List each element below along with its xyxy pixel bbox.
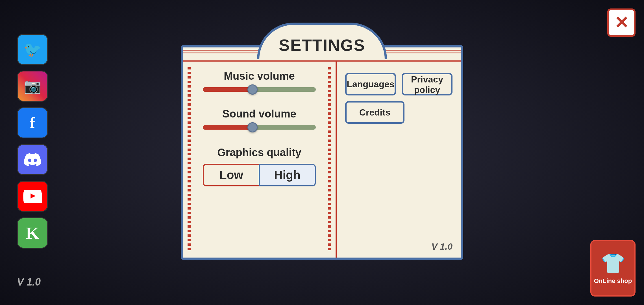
quality-low-button[interactable]: Low [203,164,259,186]
spacer [194,138,324,147]
btn-row-1: Languages Privacy policy [345,73,452,95]
settings-panel: SETTINGS Music volume Sound volume [181,45,463,260]
close-button[interactable]: ✕ [607,8,636,37]
graphics-quality-label: Graphics quality [194,147,324,159]
sound-volume-label: Sound volume [194,108,324,120]
panel-right: Languages Privacy policy Credits V 1.0 [337,62,461,258]
version-bottomleft: V 1.0 [17,276,41,288]
panel-left: Music volume Sound volume [183,62,337,258]
music-volume-slider-container [194,87,324,92]
version-right: V 1.0 [431,241,452,252]
instagram-icon[interactable]: 📷 [17,71,48,102]
btn-row-2: Credits [345,101,452,124]
facebook-icon[interactable]: f [17,107,48,138]
music-volume-label: Music volume [194,70,324,82]
shirt-icon: 👕 [601,252,625,275]
sound-volume-track [203,125,316,130]
panel-content: Music volume Sound volume [183,62,461,258]
quality-buttons: Low High [194,164,324,186]
languages-button[interactable]: Languages [345,73,396,95]
music-volume-fill [203,87,253,92]
music-volume-thumb[interactable] [247,84,258,95]
sound-volume-thumb[interactable] [247,122,258,132]
social-sidebar: 🐦 📷 f K [17,34,48,249]
twitter-icon[interactable]: 🐦 [17,34,48,65]
music-volume-track [203,87,316,92]
youtube-icon[interactable] [17,181,48,212]
sound-volume-fill [203,125,253,130]
panel-body: Music volume Sound volume [181,45,463,260]
divider1 [194,100,324,101]
online-shop-button[interactable]: 👕 OnLine shop [590,240,636,297]
credits-button[interactable]: Credits [345,101,404,124]
sound-volume-slider-container [194,125,324,130]
panel-arch: SETTINGS [257,23,387,59]
online-shop-label: OnLine shop [594,277,632,285]
discord-icon[interactable] [17,144,48,175]
kongregate-icon[interactable]: K [17,217,48,249]
privacy-policy-button[interactable]: Privacy policy [402,73,452,95]
settings-title: SETTINGS [279,36,365,55]
quality-high-button[interactable]: High [259,164,316,186]
